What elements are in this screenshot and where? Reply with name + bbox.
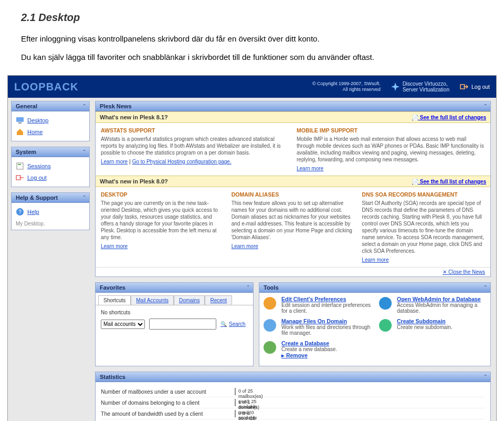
- favorites-filter-select[interactable]: Mail accounts: [101, 320, 145, 329]
- svg-marker-0: [391, 83, 400, 91]
- stat-row: The amount of bandwidth used by a client…: [101, 408, 485, 419]
- help-icon: ?: [16, 208, 24, 216]
- config-link[interactable]: Go to Physical Hosting configuration pag…: [132, 159, 232, 165]
- sidebar-item-home[interactable]: Home: [16, 126, 85, 138]
- sidebar-item-sessions[interactable]: Sessions: [16, 160, 85, 172]
- chevron-up-icon[interactable]: ˆ: [485, 285, 486, 291]
- tool-icon: [262, 296, 277, 311]
- svg-rect-2: [16, 117, 24, 122]
- stat-label: The amount of bandwidth used by a client: [101, 410, 235, 417]
- stat-label: Number of mailboxes under a user account: [101, 388, 235, 395]
- news-title: Plesk News: [100, 103, 132, 109]
- plesk-screenshot: LOOPBACK © Copyright 1999-2007, SWsoft. …: [7, 75, 497, 421]
- sparkle-icon: [391, 83, 400, 91]
- tool-item: Create a DatabaseCreate a new database.▸…: [262, 340, 372, 358]
- svg-text:?: ?: [18, 209, 22, 215]
- stat-row: Amount of disk space used by a client0 B…: [101, 419, 485, 421]
- doc-heading: 2.1 Desktop: [21, 12, 483, 24]
- home-icon: [16, 128, 24, 136]
- header-bar: LOOPBACK © Copyright 1999-2007, SWsoft. …: [8, 76, 496, 98]
- progress-bar: 0 B of 50.0 GB used; 50.0 GB available: [235, 410, 236, 417]
- main-content: Plesk Newsˆ What's new in Plesk 8.1? 📄 S…: [93, 98, 496, 421]
- chevron-up-icon[interactable]: ˆ: [247, 285, 249, 291]
- tool-item: Create SubdomainCreate new subdomain.: [378, 318, 487, 333]
- stat-row: Number of mailboxes under a user account…: [101, 386, 485, 397]
- sidebar-item-help[interactable]: ? Help: [16, 206, 85, 218]
- sidebar-section-help: Help & Support: [16, 194, 58, 201]
- news-item-dns-soa: DNS SOA RECORDS MANAGEMENT Start Of Auth…: [362, 191, 485, 263]
- statistics-box: Statisticsˆ Number of mailboxes under a …: [95, 372, 491, 421]
- svg-point-13: [379, 319, 392, 332]
- tools-box: Toolsˆ Edit Client's PreferencesEdit ses…: [259, 282, 491, 366]
- news-item-desktop: DESKTOP The page you are currently on is…: [101, 191, 224, 263]
- favorites-search-input[interactable]: [149, 319, 216, 330]
- favorites-box: Favoritesˆ Shortcuts Mail Accounts Domai…: [95, 282, 254, 366]
- virtuozzo-link[interactable]: Discover Virtuozzo, Server Virtualizatio…: [391, 81, 449, 93]
- sidebar-note: My Desktop.: [16, 221, 85, 227]
- tool-icon: [262, 318, 277, 333]
- stat-label: Number of domains belonging to a client: [101, 399, 235, 406]
- chevron-up-icon[interactable]: ˆ: [83, 149, 85, 155]
- logout-icon: [16, 173, 24, 182]
- doc-paragraph-1: Efter inloggning visas kontrollpanelens …: [21, 33, 483, 44]
- news-item-awstats: AWSTATS SUPPORT AWstats is a powerful st…: [101, 127, 289, 171]
- tab-recent[interactable]: Recent: [205, 295, 232, 305]
- chevron-up-icon[interactable]: ˆ: [485, 104, 486, 109]
- chevron-up-icon[interactable]: ˆ: [485, 374, 486, 380]
- learn-more-link[interactable]: Learn more: [232, 243, 258, 249]
- learn-more-link[interactable]: Learn more: [362, 257, 388, 263]
- logo: LOOPBACK: [14, 81, 78, 93]
- tool-item: Edit Client's PreferencesEdit session an…: [262, 296, 372, 314]
- sidebar-section-general: General: [16, 103, 37, 109]
- tab-domains[interactable]: Domains: [174, 295, 205, 305]
- tool-icon: [378, 296, 393, 311]
- tool-item: Manage Files On DomainWork with files an…: [262, 318, 372, 336]
- full-list-link[interactable]: 📄 See the full list of changes: [412, 115, 486, 120]
- sidebar-item-logout[interactable]: Log out: [16, 172, 85, 183]
- tool-icon: [378, 318, 393, 333]
- progress-bar: 0 of 25 mailbox(es) used; 25 available: [235, 388, 236, 395]
- search-link[interactable]: 🔍 Search: [220, 321, 246, 327]
- svg-point-12: [379, 297, 392, 310]
- learn-more-link[interactable]: Learn more: [101, 159, 128, 165]
- progress-bar: 1 of 1 domain(s) used; 0 available: [235, 399, 236, 406]
- tool-remove-link[interactable]: ▸ Remove: [281, 352, 308, 358]
- full-list-link[interactable]: 📄 See the full list of changes: [412, 179, 486, 184]
- tool-icon: [262, 340, 277, 355]
- chevron-up-icon[interactable]: ˆ: [83, 104, 85, 109]
- chevron-up-icon[interactable]: ˆ: [83, 195, 85, 201]
- tool-link[interactable]: Open WebAdmin for a Database: [397, 296, 481, 302]
- stat-row: Number of domains belonging to a client1…: [101, 397, 485, 408]
- news-subhead-81: What's new in Plesk 8.1?: [100, 114, 168, 120]
- learn-more-link[interactable]: Learn more: [101, 243, 128, 249]
- plesk-news-box: Plesk Newsˆ What's new in Plesk 8.1? 📄 S…: [95, 101, 491, 277]
- logout-button[interactable]: Log out: [460, 83, 490, 91]
- tool-link[interactable]: Create Subdomain: [397, 318, 446, 324]
- desktop-icon: [16, 116, 24, 125]
- tool-link[interactable]: Manage Files On Domain: [281, 318, 347, 324]
- tool-link[interactable]: Create a Database: [281, 340, 329, 346]
- learn-more-link[interactable]: Learn more: [297, 166, 323, 171]
- svg-rect-4: [17, 163, 23, 169]
- svg-point-11: [264, 341, 276, 354]
- logout-icon: [460, 83, 468, 91]
- statistics-title: Statistics: [100, 374, 125, 380]
- document-section: 2.1 Desktop Efter inloggning visas kontr…: [0, 0, 504, 75]
- sidebar: Generalˆ Desktop Home Systemˆ: [8, 98, 93, 421]
- sessions-icon: [16, 162, 24, 170]
- tab-mail-accounts[interactable]: Mail Accounts: [131, 295, 174, 305]
- favorites-empty-text: No shortcuts: [101, 310, 248, 315]
- news-subhead-80: What's new in Plesk 8.0?: [100, 178, 168, 184]
- search-icon: 🔍: [220, 321, 227, 327]
- svg-rect-3: [18, 122, 22, 124]
- tab-shortcuts[interactable]: Shortcuts: [98, 295, 131, 305]
- svg-rect-5: [18, 164, 21, 165]
- news-item-mobile-imp: MOBILE IMP SUPPORT Mobile IMP is a Horde…: [297, 127, 485, 171]
- favorites-title: Favorites: [100, 284, 125, 291]
- tool-item: Open WebAdmin for a DatabaseAccess WebAd…: [378, 296, 487, 314]
- header-copyright: © Copyright 1999-2007, SWsoft. All right…: [312, 81, 381, 93]
- doc-paragraph-2: Du kan själv lägga till favoriter och sn…: [21, 52, 483, 63]
- sidebar-item-desktop[interactable]: Desktop: [16, 115, 85, 126]
- close-news-link[interactable]: ✕ Close the News: [443, 269, 485, 275]
- tool-link[interactable]: Edit Client's Preferences: [281, 296, 346, 302]
